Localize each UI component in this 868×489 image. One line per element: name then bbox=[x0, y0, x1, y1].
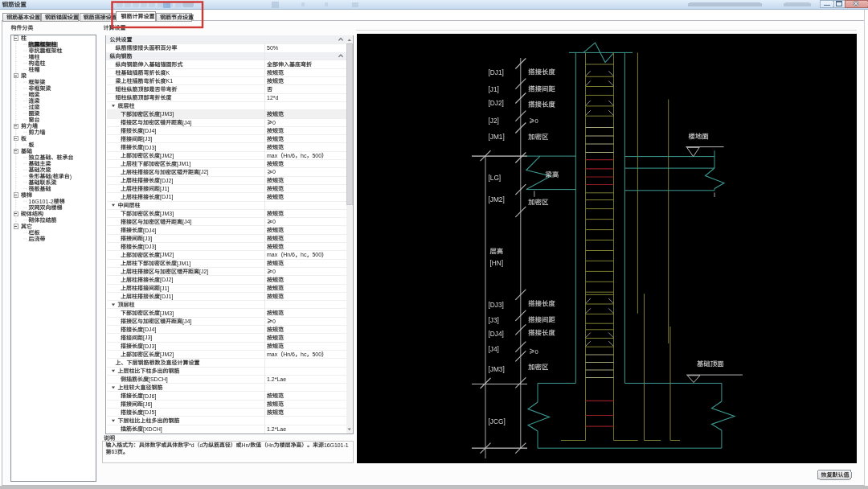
svg-text:[J4]: [J4] bbox=[182, 219, 191, 225]
svg-text:[JM2]: [JM2] bbox=[160, 153, 174, 159]
svg-text:Hn/6: Hn/6 bbox=[283, 153, 295, 158]
svg-text:[JM1]: [JM1] bbox=[177, 261, 190, 267]
svg-text:[JM3]: [JM3] bbox=[489, 365, 505, 373]
svg-text:50%: 50% bbox=[267, 45, 278, 51]
svg-text:K1: K1 bbox=[166, 78, 174, 84]
svg-text:[DJ4]: [DJ4] bbox=[143, 228, 156, 234]
svg-text:500: 500 bbox=[312, 351, 321, 357]
svg-text:[DJ4]: [DJ4] bbox=[143, 128, 156, 134]
svg-text:0: 0 bbox=[535, 117, 538, 125]
svg-text:[JM1]: [JM1] bbox=[489, 133, 505, 141]
svg-text:[LG]: [LG] bbox=[489, 174, 502, 182]
svg-text:[J1]: [J1] bbox=[160, 186, 169, 192]
svg-text:Hn: Hn bbox=[267, 442, 274, 448]
svg-text:): ) bbox=[70, 174, 72, 180]
svg-text:[DJ3]: [DJ3] bbox=[143, 343, 156, 350]
svg-text:[J1]: [J1] bbox=[160, 286, 169, 292]
svg-text:[J3]: [J3] bbox=[143, 236, 152, 242]
svg-text:16G101-2: 16G101-2 bbox=[29, 199, 54, 204]
svg-text:[SDCH]: [SDCH] bbox=[149, 376, 168, 383]
svg-text:[JM3]: [JM3] bbox=[160, 111, 174, 117]
svg-text:63: 63 bbox=[111, 449, 117, 454]
svg-text:16G101-1: 16G101-1 bbox=[324, 442, 349, 448]
svg-text:0: 0 bbox=[272, 219, 276, 224]
svg-text:[J2]: [J2] bbox=[489, 117, 499, 125]
svg-text:[JM2]: [JM2] bbox=[489, 195, 505, 203]
svg-text:[J3]: [J3] bbox=[489, 316, 499, 324]
svg-text:0: 0 bbox=[272, 269, 276, 274]
svg-text:12*d: 12*d bbox=[267, 95, 279, 101]
svg-text:500: 500 bbox=[312, 153, 321, 158]
svg-text:[J3]: [J3] bbox=[143, 136, 152, 142]
svg-text:[DJ5]: [DJ5] bbox=[143, 409, 156, 416]
svg-text:max: max bbox=[267, 351, 278, 357]
svg-text:[JCG]: [JCG] bbox=[489, 417, 506, 425]
svg-text:[J3]: [J3] bbox=[143, 335, 152, 341]
svg-text:[J2]: [J2] bbox=[199, 269, 208, 275]
svg-text:[JM3]: [JM3] bbox=[160, 211, 174, 217]
svg-text:0: 0 bbox=[535, 348, 538, 355]
svg-text:[DJ2]: [DJ2] bbox=[160, 178, 173, 184]
svg-text:[DJ3]: [DJ3] bbox=[143, 145, 156, 151]
svg-text:[J4]: [J4] bbox=[182, 120, 191, 126]
svg-text:[DJ1]: [DJ1] bbox=[160, 194, 173, 200]
svg-text:[JM2]: [JM2] bbox=[160, 252, 174, 258]
svg-text:[DJ2]: [DJ2] bbox=[489, 99, 504, 107]
svg-text:[DJ1]: [DJ1] bbox=[160, 294, 173, 300]
svg-text:[J4]: [J4] bbox=[489, 345, 499, 353]
svg-text:[DJ3]: [DJ3] bbox=[143, 244, 156, 250]
svg-text:500: 500 bbox=[312, 252, 321, 257]
svg-text:[DJ6]: [DJ6] bbox=[143, 393, 156, 400]
svg-text:[J4]: [J4] bbox=[182, 318, 191, 325]
svg-text:0: 0 bbox=[272, 120, 276, 125]
svg-text:[JM3]: [JM3] bbox=[160, 310, 174, 317]
svg-text:*d: *d bbox=[189, 442, 194, 448]
svg-text:K: K bbox=[166, 70, 170, 76]
svg-text:[DJ4]: [DJ4] bbox=[489, 330, 504, 338]
svg-text:0: 0 bbox=[272, 318, 276, 324]
svg-text:[JM2]: [JM2] bbox=[160, 351, 174, 358]
svg-text:1.2*Lae: 1.2*Lae bbox=[267, 376, 286, 382]
svg-text:d: d bbox=[199, 442, 203, 448]
svg-text:[DJ2]: [DJ2] bbox=[160, 277, 173, 283]
svg-text:[J1]: [J1] bbox=[489, 85, 499, 93]
svg-text:[XDCH]: [XDCH] bbox=[143, 426, 162, 433]
svg-text:Hn/: Hn/ bbox=[242, 442, 251, 448]
svg-text:hc: hc bbox=[301, 153, 307, 158]
svg-text:Hn/6: Hn/6 bbox=[283, 351, 295, 357]
svg-text:[J6]: [J6] bbox=[143, 401, 152, 408]
svg-text:1.2*Lae: 1.2*Lae bbox=[267, 426, 286, 432]
svg-text:hc: hc bbox=[301, 351, 307, 357]
svg-text:max: max bbox=[267, 252, 278, 257]
svg-text:max: max bbox=[267, 153, 278, 158]
svg-text:[DJ3]: [DJ3] bbox=[489, 301, 504, 309]
svg-text:hc: hc bbox=[301, 252, 307, 257]
svg-text:[J2]: [J2] bbox=[199, 169, 208, 175]
svg-text:[HN]: [HN] bbox=[490, 259, 504, 267]
svg-text:[DJ1]: [DJ1] bbox=[489, 68, 504, 76]
svg-text:Hn/6: Hn/6 bbox=[283, 252, 295, 257]
svg-text:[DJ4]: [DJ4] bbox=[143, 327, 156, 333]
svg-text:0: 0 bbox=[272, 169, 276, 175]
svg-text:[JM1]: [JM1] bbox=[177, 161, 190, 167]
